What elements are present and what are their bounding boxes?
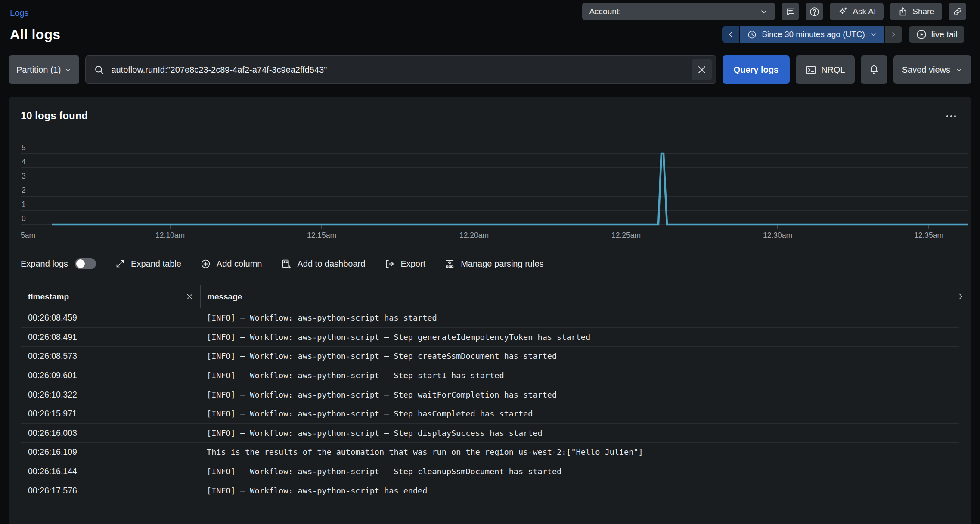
account-dropdown[interactable]: Account: (582, 3, 775, 20)
account-dropdown-label: Account: (589, 7, 621, 16)
add-to-dashboard-label: Add to dashboard (297, 259, 365, 269)
search-input[interactable] (111, 65, 685, 75)
clock-icon (747, 30, 757, 40)
saved-views-dropdown[interactable]: Saved views (893, 55, 971, 84)
nrql-button[interactable]: NRQL (796, 55, 855, 84)
log-row[interactable]: 00:26:09.601 [INFO] – Workflow: aws-pyth… (21, 366, 959, 385)
manage-parsing-rules-label: Manage parsing rules (461, 259, 543, 269)
svg-text:0: 0 (22, 214, 26, 223)
bell-icon (868, 64, 880, 75)
top-bar: Logs Account: (0, 0, 980, 20)
expand-logs-label: Expand logs (21, 259, 68, 269)
copy-link-button[interactable] (949, 3, 966, 20)
message-header-label: message (207, 292, 242, 302)
chevron-down-icon (760, 7, 768, 16)
chevron-right-icon (956, 292, 965, 301)
share-icon (898, 6, 908, 17)
play-circle-icon (916, 29, 927, 40)
comment-icon (785, 6, 796, 17)
svg-text:12:30am: 12:30am (763, 231, 792, 240)
expand-table-label: Expand table (131, 259, 181, 269)
time-range-label: Since 30 minutes ago (UTC) (762, 30, 865, 39)
live-tail-label: live tail (931, 30, 958, 40)
title-row: All logs Since 30 minutes ago (UTC) (0, 20, 980, 43)
export-icon (384, 259, 395, 269)
log-volume-line (52, 154, 968, 225)
log-table-toolbar: Expand logs Expand table Add column Ad (21, 254, 959, 273)
chart-y-axis-labels: 5 4 3 2 1 0 (22, 143, 26, 223)
log-message: [INFO] – Workflow: aws-python-script – S… (200, 351, 959, 361)
message-column-header[interactable]: message (200, 285, 959, 308)
filter-bar: Partition (1) Query logs NRQL (0, 43, 980, 84)
time-range-picker[interactable]: Since 30 minutes ago (UTC) (740, 26, 884, 43)
log-row[interactable]: 00:26:16.003 [INFO] – Workflow: aws-pyth… (21, 424, 959, 443)
expand-table-button[interactable]: Expand table (115, 259, 181, 269)
toggle-knob (76, 259, 85, 268)
log-table: timestamp message 00:26: (21, 285, 959, 500)
parsing-rules-icon (444, 259, 455, 269)
export-label: Export (400, 259, 425, 269)
help-button[interactable] (806, 3, 823, 20)
timestamp-column-header[interactable]: timestamp (21, 290, 200, 303)
close-icon (696, 64, 707, 75)
feedback-button[interactable] (782, 3, 799, 20)
log-row[interactable]: 00:26:15.971 [INFO] – Workflow: aws-pyth… (21, 404, 959, 424)
log-timestamp: 00:26:16.144 (21, 466, 200, 476)
dashboard-add-icon (281, 259, 292, 269)
time-controls: Since 30 minutes ago (UTC) live tail (722, 26, 964, 43)
svg-text:5am: 5am (21, 231, 35, 240)
link-icon (952, 6, 963, 17)
partition-dropdown[interactable]: Partition (1) (9, 55, 79, 84)
live-tail-button[interactable]: live tail (909, 26, 964, 43)
query-logs-button[interactable]: Query logs (723, 55, 790, 84)
log-row[interactable]: 00:26:16.144 [INFO] – Workflow: aws-pyth… (21, 462, 959, 481)
log-row[interactable]: 00:26:08.491 [INFO] – Workflow: aws-pyth… (21, 328, 959, 347)
log-message: [INFO] – Workflow: aws-python-script has… (200, 313, 959, 322)
time-range-nav: Since 30 minutes ago (UTC) (722, 26, 902, 43)
log-message: [INFO] – Workflow: aws-python-script – S… (200, 467, 959, 476)
log-timestamp: 00:26:16.109 (21, 447, 200, 457)
ask-ai-button[interactable]: Ask AI (830, 3, 884, 20)
table-scroll-right-button[interactable] (956, 292, 965, 301)
expand-icon (115, 259, 125, 269)
log-timestamp: 00:26:10.322 (21, 390, 200, 400)
log-message: [INFO] – Workflow: aws-python-script – S… (200, 409, 959, 418)
alerts-button[interactable] (861, 55, 887, 84)
log-query-field[interactable] (85, 55, 716, 84)
log-row[interactable]: 00:26:08.573 [INFO] – Workflow: aws-pyth… (21, 347, 959, 366)
time-forward-button[interactable] (885, 26, 902, 43)
remove-timestamp-column-button[interactable] (183, 290, 196, 303)
add-column-button[interactable]: Add column (200, 259, 262, 269)
expand-logs-toggle[interactable] (75, 258, 96, 269)
share-button[interactable]: Share (890, 3, 942, 20)
svg-text:2: 2 (22, 186, 26, 194)
clear-query-button[interactable] (692, 59, 712, 80)
partition-label: Partition (1) (16, 65, 61, 75)
chevron-down-icon (64, 66, 71, 74)
chart-gridlines (21, 154, 968, 225)
breadcrumb-logs-link[interactable]: Logs (10, 8, 28, 18)
manage-parsing-rules-button[interactable]: Manage parsing rules (444, 259, 543, 269)
export-button[interactable]: Export (384, 259, 425, 269)
log-row[interactable]: 00:26:16.109 This is the results of the … (21, 443, 959, 462)
log-timestamp: 00:26:17.576 (21, 486, 200, 496)
log-row[interactable]: 00:26:17.576 [INFO] – Workflow: aws-pyth… (21, 481, 959, 500)
add-circle-icon (200, 259, 211, 269)
more-options-button[interactable] (943, 110, 959, 122)
log-row[interactable]: 00:26:10.322 [INFO] – Workflow: aws-pyth… (21, 385, 959, 404)
svg-text:12:10am: 12:10am (155, 231, 185, 240)
chart-x-ticks (170, 225, 929, 229)
timestamp-header-label: timestamp (28, 292, 69, 302)
svg-text:12:15am: 12:15am (307, 231, 336, 240)
chevron-left-icon (727, 31, 735, 38)
log-message: [INFO] – Workflow: aws-python-script – S… (200, 428, 959, 438)
add-to-dashboard-button[interactable]: Add to dashboard (281, 259, 365, 269)
time-back-button[interactable] (722, 26, 739, 43)
log-message: [INFO] – Workflow: aws-python-script has… (200, 486, 959, 495)
logs-found-count: 10 logs found (21, 110, 88, 122)
ask-ai-label: Ask AI (853, 7, 876, 16)
log-row[interactable]: 00:26:08.459 [INFO] – Workflow: aws-pyth… (21, 308, 959, 328)
sparkle-icon (837, 6, 848, 17)
log-timestamp: 00:26:08.573 (21, 351, 200, 361)
logs-volume-chart[interactable]: 5 4 3 2 1 0 5am 12: (21, 139, 959, 241)
